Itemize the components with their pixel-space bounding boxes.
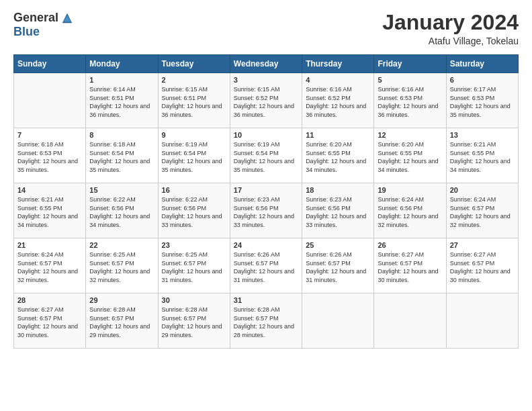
day-number: 30 xyxy=(162,296,226,304)
day-number: 2 xyxy=(162,76,226,84)
calendar-cell: 13Sunrise: 6:21 AMSunset: 6:55 PMDayligh… xyxy=(446,128,518,183)
calendar-cell: 4Sunrise: 6:16 AMSunset: 6:52 PMDaylight… xyxy=(302,73,374,128)
daylight-line: Daylight: 12 hours and 33 minutes. xyxy=(306,213,366,228)
sunset-line: Sunset: 6:53 PM xyxy=(450,95,495,101)
day-info: Sunrise: 6:25 AMSunset: 6:57 PMDaylight:… xyxy=(89,250,154,284)
calendar-cell: 9Sunrise: 6:19 AMSunset: 6:54 PMDaylight… xyxy=(158,128,230,183)
sunrise-line: Sunrise: 6:22 AM xyxy=(162,196,208,203)
calendar-cell: 27Sunrise: 6:27 AMSunset: 6:57 PMDayligh… xyxy=(446,238,518,293)
calendar-cell: 8Sunrise: 6:18 AMSunset: 6:54 PMDaylight… xyxy=(86,128,158,183)
sunrise-line: Sunrise: 6:26 AM xyxy=(306,251,352,258)
sunset-line: Sunset: 6:57 PM xyxy=(162,315,207,322)
day-number: 29 xyxy=(89,296,154,304)
daylight-line: Daylight: 12 hours and 30 minutes. xyxy=(450,268,511,283)
day-info: Sunrise: 6:20 AMSunset: 6:55 PMDaylight:… xyxy=(306,140,370,174)
sunset-line: Sunset: 6:55 PM xyxy=(378,150,423,156)
day-number: 10 xyxy=(234,131,298,139)
sunset-line: Sunset: 6:56 PM xyxy=(234,205,279,212)
daylight-line: Daylight: 12 hours and 34 minutes. xyxy=(378,158,438,173)
calendar-cell: 14Sunrise: 6:21 AMSunset: 6:55 PMDayligh… xyxy=(14,183,86,238)
calendar-cell: 17Sunrise: 6:23 AMSunset: 6:56 PMDayligh… xyxy=(230,183,302,238)
day-number: 13 xyxy=(450,131,515,139)
day-number: 5 xyxy=(378,76,442,84)
daylight-line: Daylight: 12 hours and 34 minutes. xyxy=(17,213,78,228)
day-number: 6 xyxy=(450,76,515,84)
sunset-line: Sunset: 6:57 PM xyxy=(17,260,62,267)
col-wednesday: Wednesday xyxy=(230,55,302,73)
daylight-line: Daylight: 12 hours and 30 minutes. xyxy=(378,268,438,283)
daylight-line: Daylight: 12 hours and 31 minutes. xyxy=(306,268,366,283)
sunrise-line: Sunrise: 6:26 AM xyxy=(234,251,280,258)
day-info: Sunrise: 6:21 AMSunset: 6:55 PMDaylight:… xyxy=(17,195,82,229)
calendar-cell: 24Sunrise: 6:26 AMSunset: 6:57 PMDayligh… xyxy=(230,238,302,293)
calendar-cell: 18Sunrise: 6:23 AMSunset: 6:56 PMDayligh… xyxy=(302,183,374,238)
logo-icon xyxy=(61,12,73,24)
day-number: 25 xyxy=(306,241,370,249)
sunrise-line: Sunrise: 6:27 AM xyxy=(378,251,424,258)
day-number: 11 xyxy=(306,131,370,139)
calendar-cell: 1Sunrise: 6:14 AMSunset: 6:51 PMDaylight… xyxy=(86,73,158,128)
calendar-week-2: 14Sunrise: 6:21 AMSunset: 6:55 PMDayligh… xyxy=(14,183,519,238)
calendar-week-1: 7Sunrise: 6:18 AMSunset: 6:53 PMDaylight… xyxy=(14,128,519,183)
day-number: 24 xyxy=(234,241,298,249)
calendar-cell: 31Sunrise: 6:28 AMSunset: 6:57 PMDayligh… xyxy=(230,293,302,349)
sunset-line: Sunset: 6:57 PM xyxy=(450,205,495,212)
calendar-cell: 30Sunrise: 6:28 AMSunset: 6:57 PMDayligh… xyxy=(158,293,230,349)
calendar-cell: 23Sunrise: 6:25 AMSunset: 6:57 PMDayligh… xyxy=(158,238,230,293)
col-sunday: Sunday xyxy=(14,55,86,73)
daylight-line: Daylight: 12 hours and 34 minutes. xyxy=(306,158,366,173)
sunrise-line: Sunrise: 6:23 AM xyxy=(234,196,280,203)
sunset-line: Sunset: 6:54 PM xyxy=(162,150,207,156)
sunrise-line: Sunrise: 6:20 AM xyxy=(306,141,352,148)
calendar-cell: 29Sunrise: 6:28 AMSunset: 6:57 PMDayligh… xyxy=(86,293,158,349)
calendar-cell: 7Sunrise: 6:18 AMSunset: 6:53 PMDaylight… xyxy=(14,128,86,183)
day-number: 15 xyxy=(89,186,154,194)
sunrise-line: Sunrise: 6:14 AM xyxy=(89,86,136,93)
daylight-line: Daylight: 12 hours and 28 minutes. xyxy=(234,323,294,338)
daylight-line: Daylight: 12 hours and 31 minutes. xyxy=(162,268,222,283)
sunset-line: Sunset: 6:57 PM xyxy=(17,315,62,322)
sunrise-line: Sunrise: 6:18 AM xyxy=(89,141,136,148)
daylight-line: Daylight: 12 hours and 34 minutes. xyxy=(89,213,150,228)
sunset-line: Sunset: 6:57 PM xyxy=(162,260,207,267)
calendar-week-3: 21Sunrise: 6:24 AMSunset: 6:57 PMDayligh… xyxy=(14,238,519,293)
sunrise-line: Sunrise: 6:16 AM xyxy=(306,86,352,93)
day-info: Sunrise: 6:28 AMSunset: 6:57 PMDaylight:… xyxy=(234,306,298,339)
day-number: 20 xyxy=(450,186,515,194)
sunset-line: Sunset: 6:57 PM xyxy=(306,260,351,267)
sunset-line: Sunset: 6:55 PM xyxy=(17,205,62,212)
day-number: 26 xyxy=(378,241,442,249)
sunset-line: Sunset: 6:56 PM xyxy=(162,205,207,212)
sunrise-line: Sunrise: 6:15 AM xyxy=(162,86,208,93)
day-info: Sunrise: 6:18 AMSunset: 6:54 PMDaylight:… xyxy=(89,140,154,174)
day-info: Sunrise: 6:26 AMSunset: 6:57 PMDaylight:… xyxy=(234,250,298,284)
sunrise-line: Sunrise: 6:16 AM xyxy=(378,86,424,93)
calendar-cell: 3Sunrise: 6:15 AMSunset: 6:52 PMDaylight… xyxy=(230,73,302,128)
day-info: Sunrise: 6:24 AMSunset: 6:57 PMDaylight:… xyxy=(450,195,515,229)
day-number: 18 xyxy=(306,186,370,194)
calendar-cell xyxy=(302,293,374,349)
calendar-cell: 19Sunrise: 6:24 AMSunset: 6:56 PMDayligh… xyxy=(374,183,446,238)
sunset-line: Sunset: 6:56 PM xyxy=(378,205,423,212)
day-info: Sunrise: 6:18 AMSunset: 6:53 PMDaylight:… xyxy=(17,140,82,174)
day-info: Sunrise: 6:16 AMSunset: 6:53 PMDaylight:… xyxy=(378,85,442,119)
daylight-line: Daylight: 12 hours and 30 minutes. xyxy=(17,323,78,338)
sunrise-line: Sunrise: 6:25 AM xyxy=(162,251,208,258)
calendar-cell: 15Sunrise: 6:22 AMSunset: 6:56 PMDayligh… xyxy=(86,183,158,238)
calendar-cell: 6Sunrise: 6:17 AMSunset: 6:53 PMDaylight… xyxy=(446,73,518,128)
daylight-line: Daylight: 12 hours and 32 minutes. xyxy=(89,268,150,283)
sunrise-line: Sunrise: 6:24 AM xyxy=(17,251,64,258)
day-number: 14 xyxy=(17,186,82,194)
col-thursday: Thursday xyxy=(302,55,374,73)
day-number: 21 xyxy=(17,241,82,249)
location-subtitle: Atafu Village, Tokelau xyxy=(382,36,519,46)
day-info: Sunrise: 6:28 AMSunset: 6:57 PMDaylight:… xyxy=(89,306,154,339)
sunrise-line: Sunrise: 6:28 AM xyxy=(89,306,136,313)
sunrise-line: Sunrise: 6:17 AM xyxy=(450,86,496,93)
sunset-line: Sunset: 6:52 PM xyxy=(306,95,351,101)
sunrise-line: Sunrise: 6:27 AM xyxy=(450,251,496,258)
day-info: Sunrise: 6:19 AMSunset: 6:54 PMDaylight:… xyxy=(234,140,298,174)
sunrise-line: Sunrise: 6:21 AM xyxy=(450,141,496,148)
sunset-line: Sunset: 6:51 PM xyxy=(89,95,134,101)
sunset-line: Sunset: 6:57 PM xyxy=(89,315,134,322)
